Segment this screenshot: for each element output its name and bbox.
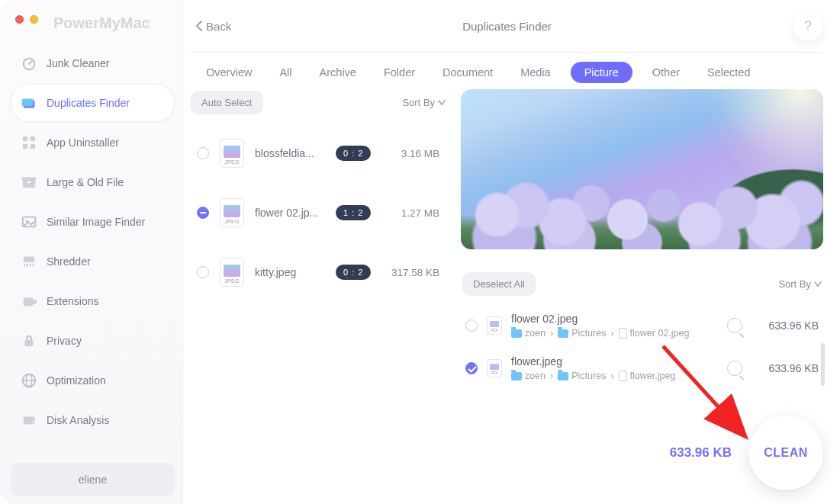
reveal-button[interactable]	[727, 318, 742, 333]
sidebar-item-label: Disk Analysis	[47, 414, 109, 426]
back-label: Back	[206, 20, 231, 33]
file-thumb-icon: PDI	[487, 359, 502, 377]
file-icon	[619, 371, 627, 381]
svg-rect-6	[31, 144, 35, 149]
auto-select-button[interactable]: Auto Select	[191, 91, 263, 114]
sidebar-item-disk-analysis[interactable]: Disk Analysis	[11, 401, 175, 439]
group-checkbox[interactable]	[197, 147, 209, 159]
group-checkbox[interactable]	[197, 207, 209, 219]
clean-button[interactable]: CLEAN	[748, 416, 823, 490]
file-thumb-icon: JPEG	[220, 139, 244, 168]
svg-rect-18	[24, 416, 35, 424]
duplicate-checkbox[interactable]	[465, 319, 478, 332]
lock-icon	[21, 332, 37, 349]
svg-point-14	[33, 300, 37, 304]
tab-media[interactable]: Media	[520, 66, 551, 79]
user-account[interactable]: eliene	[11, 463, 175, 496]
disk-icon	[21, 412, 37, 429]
total-selected-size: 633.96 KB	[670, 445, 732, 461]
sidebar: PowerMyMac Junk Cleaner Duplicates Finde…	[0, 0, 183, 504]
speedometer-icon	[21, 55, 37, 72]
window-controls	[15, 12, 38, 26]
globe-icon	[21, 372, 37, 389]
duplicate-row[interactable]: PDI flower.jpeg zoen›Pictures›flower.jpe…	[461, 348, 823, 389]
sidebar-item-extensions[interactable]: Extensions	[11, 282, 175, 320]
file-thumb-icon: JPEG	[220, 258, 244, 287]
group-size: 1.27 MB	[401, 207, 447, 219]
folder-icon	[558, 329, 568, 338]
main-panel: Back Duplicates Finder ? OverviewAllArch…	[183, 0, 840, 504]
group-count-badge: 1 : 2	[336, 205, 371, 220]
tab-document[interactable]: Document	[443, 66, 493, 79]
preview-image	[461, 89, 823, 249]
svg-rect-12	[24, 257, 35, 262]
sidebar-item-label: Similar Image Finder	[47, 216, 145, 228]
chevron-left-icon	[195, 21, 203, 31]
group-count-badge: 0 : 2	[336, 146, 371, 161]
folder-icon	[511, 329, 522, 338]
chevron-down-icon	[438, 100, 446, 106]
group-row[interactable]: JPEG flower 02.jp... 1 : 2 1.27 MB	[191, 183, 450, 242]
svg-rect-13	[24, 297, 34, 306]
close-window-icon[interactable]	[15, 15, 24, 24]
duplicate-size: 633.96 KB	[759, 319, 819, 332]
sidebar-item-similar-image-finder[interactable]: Similar Image Finder	[11, 203, 175, 241]
image-icon	[21, 213, 37, 230]
group-checkbox[interactable]	[197, 266, 209, 278]
group-size: 317.58 KB	[391, 267, 447, 278]
group-filename: blossfeldia...	[255, 147, 325, 159]
page-title: Duplicates Finder	[462, 20, 552, 33]
sidebar-item-label: Large & Old File	[47, 176, 124, 188]
group-row[interactable]: JPEG blossfeldia... 0 : 2 3.16 MB	[191, 124, 450, 183]
tab-archive[interactable]: Archive	[320, 66, 356, 79]
sort-by-groups[interactable]: Sort By	[402, 97, 446, 108]
minimize-window-icon[interactable]	[30, 15, 38, 24]
sidebar-item-label: Junk Cleaner	[47, 57, 110, 69]
svg-rect-9	[27, 181, 31, 183]
tab-selected[interactable]: Selected	[707, 66, 750, 79]
help-button[interactable]: ?	[793, 11, 823, 41]
tab-picture[interactable]: Picture	[571, 62, 632, 83]
folder-stack-icon	[21, 95, 37, 111]
sort-by-duplicates[interactable]: Sort By	[778, 278, 822, 290]
folder-icon	[511, 372, 522, 380]
sidebar-item-large-old-file[interactable]: Large & Old File	[11, 163, 175, 201]
sidebar-item-app-uninstaller[interactable]: App Uninstaller	[11, 124, 175, 162]
group-row[interactable]: JPEG kitty.jpeg 0 : 2 317.58 KB	[191, 242, 450, 302]
puzzle-icon	[21, 293, 37, 310]
duplicate-size: 633.96 KB	[759, 362, 819, 374]
tab-other[interactable]: Other	[652, 66, 680, 79]
chevron-down-icon	[814, 281, 822, 287]
sidebar-item-label: Privacy	[47, 335, 82, 347]
sidebar-item-optimization[interactable]: Optimization	[11, 361, 175, 400]
tab-overview[interactable]: Overview	[206, 66, 252, 79]
reveal-button[interactable]	[727, 361, 742, 376]
duplicate-filename: flower.jpeg	[511, 355, 675, 368]
duplicate-checkbox[interactable]	[465, 362, 478, 374]
svg-rect-2	[22, 99, 34, 107]
duplicate-row[interactable]: PDI flower 02.jpeg zoen›Pictures›flower …	[461, 305, 823, 346]
svg-rect-15	[25, 340, 34, 346]
sidebar-item-label: Extensions	[47, 295, 98, 307]
sidebar-item-label: App Uninstaller	[47, 136, 119, 149]
shredder-icon	[21, 253, 37, 270]
deselect-all-button[interactable]: Deselect All	[462, 272, 536, 296]
svg-rect-5	[23, 144, 27, 149]
tab-all[interactable]: All	[279, 66, 291, 79]
svg-rect-3	[23, 136, 27, 141]
filter-tabs: OverviewAllArchiveFolderDocumentMediaPic…	[191, 52, 823, 89]
sidebar-item-duplicates-finder[interactable]: Duplicates Finder	[11, 84, 175, 122]
app-brand: PowerMyMac	[53, 14, 150, 32]
sidebar-item-shredder[interactable]: Shredder	[11, 242, 175, 281]
sidebar-item-junk-cleaner[interactable]: Junk Cleaner	[11, 44, 175, 82]
back-button[interactable]: Back	[195, 20, 231, 33]
scrollbar[interactable]	[821, 343, 825, 386]
svg-rect-8	[22, 178, 36, 181]
group-filename: kitty.jpeg	[255, 266, 325, 278]
svg-rect-7	[23, 179, 36, 188]
sidebar-item-privacy[interactable]: Privacy	[11, 322, 175, 360]
group-filename: flower 02.jp...	[255, 207, 325, 219]
tab-folder[interactable]: Folder	[384, 66, 415, 79]
group-list: Auto Select Sort By JPEG blossfeldia... …	[191, 89, 450, 504]
file-thumb-icon: JPEG	[220, 198, 244, 227]
